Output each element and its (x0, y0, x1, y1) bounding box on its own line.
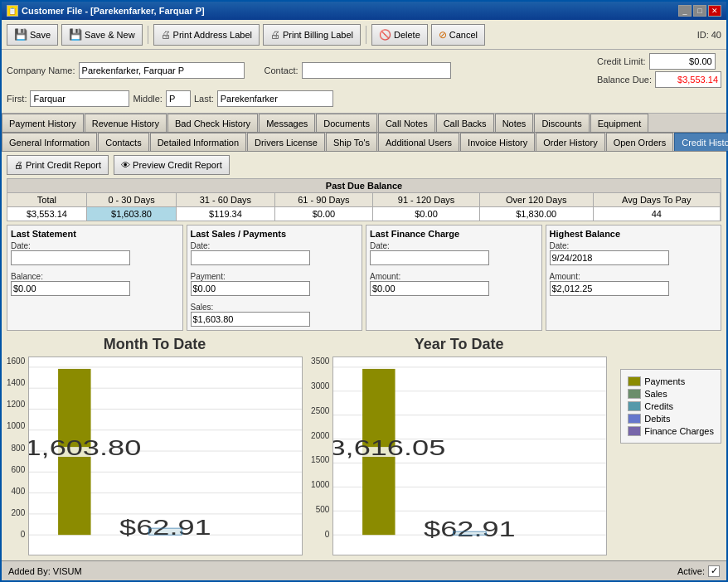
toolbar-separator-2 (366, 26, 366, 44)
print-credit-button[interactable]: 🖨 Print Credit Report (7, 155, 109, 175)
last-sales-payment-input[interactable] (191, 281, 310, 296)
legend-label: Sales (644, 389, 667, 399)
active-checkbox[interactable]: ✓ (708, 565, 720, 577)
delete-icon: 🚫 (379, 29, 391, 41)
year-chart: Year To Date 350030002500200015001000500… (311, 336, 607, 555)
tab-call-backs[interactable]: Call Backs (436, 114, 494, 132)
last-statement-balance-input[interactable] (11, 281, 130, 296)
tab-notes[interactable]: Notes (495, 114, 534, 132)
tab-documents[interactable]: Documents (316, 114, 377, 132)
last-sales-label: Sales: (191, 303, 310, 312)
legend-label: Debits (644, 414, 670, 424)
tab-payment-history[interactable]: Payment History (2, 114, 84, 132)
tab-general-information[interactable]: General Information (2, 133, 97, 151)
legend-color-swatch (628, 389, 641, 399)
legend-item: Credits (628, 401, 714, 411)
last-finance-date-label: Date: (370, 241, 489, 250)
highest-balance-amount-label: Amount: (550, 272, 669, 281)
save-button[interactable]: 💾 Save (7, 24, 58, 46)
y-axis-tick: 1000 (7, 421, 25, 430)
balance-cell: $3,553.14 (7, 207, 86, 221)
minimize-button[interactable]: _ (678, 5, 692, 17)
tab-revenue-history[interactable]: Revenue History (85, 114, 167, 132)
month-chart: Month To Date 16001400120010008006004002… (7, 336, 303, 555)
balance-column-header: Over 120 Days (479, 193, 593, 207)
last-sales-input[interactable] (191, 312, 310, 327)
save-new-label: Save & New (85, 30, 135, 40)
highest-balance-date-input[interactable] (550, 250, 669, 265)
tab-call-notes[interactable]: Call Notes (378, 114, 435, 132)
tab-order-history[interactable]: Order History (536, 133, 604, 151)
tab-bad-check-history[interactable]: Bad Check History (167, 114, 258, 132)
y-axis-tick: 500 (316, 505, 330, 514)
year-y-axis: 3500300025002000150010005000 (311, 356, 332, 555)
first-input[interactable] (30, 90, 129, 107)
balance-column-header: Avg Days To Pay (593, 193, 720, 207)
y-axis-tick: 3000 (311, 381, 329, 390)
tabs-row2: General InformationContactsDetailed Info… (2, 133, 726, 152)
legend-item: Finance Charges (628, 426, 714, 436)
save-new-button[interactable]: 💾 Save & New (61, 24, 143, 46)
balance-cell: $1,603.80 (86, 207, 176, 221)
last-statement-date-input[interactable] (11, 250, 130, 265)
balance-cell: 44 (593, 207, 720, 221)
tab-invoice-history[interactable]: Invoice History (460, 133, 535, 151)
tab-drivers-license[interactable]: Drivers License (247, 133, 325, 151)
middle-input[interactable] (166, 90, 191, 107)
tab-open-orders[interactable]: Open Orders (606, 133, 674, 151)
close-button[interactable]: ✕ (708, 5, 721, 17)
y-axis-tick: 0 (325, 530, 330, 539)
last-finance-date-input[interactable] (370, 250, 489, 265)
year-chart-plot: $3,616.05$62.91 (332, 356, 607, 555)
maximize-button[interactable]: □ (693, 5, 706, 17)
app-icon: 📋 (7, 5, 18, 17)
print-billing-icon: 🖨 (270, 29, 280, 41)
print-address-button[interactable]: 🖨 Print Address Label (153, 24, 260, 46)
tab-detailed-information[interactable]: Detailed Information (150, 133, 246, 151)
added-by-value: VISUM (53, 566, 82, 576)
legend-color-swatch (628, 401, 641, 411)
status-bar: Added By: VISUM Active: ✓ (2, 560, 726, 580)
content-area: 🖨 Print Credit Report 👁 Preview Credit R… (2, 152, 726, 560)
summary-cards: Last Statement Date: Balance: Last Sales… (7, 225, 721, 331)
company-input[interactable] (79, 62, 245, 79)
tab-equipment[interactable]: Equipment (590, 114, 649, 132)
bar-value-label: $62.91 (119, 515, 211, 540)
y-axis-tick: 2000 (311, 431, 329, 440)
highest-balance-amount-input[interactable] (550, 281, 669, 296)
legend-label: Payments (644, 376, 685, 386)
balance-cell: $0.00 (373, 207, 480, 221)
main-window: 📋 Customer File - [Parekenfarker, Farqua… (0, 0, 728, 582)
added-by-label: Added By: (8, 566, 51, 576)
print-billing-button[interactable]: 🖨 Print Billing Label (263, 24, 361, 46)
window-title: Customer File - [Parekenfarker, Farquar … (22, 6, 205, 16)
tab-contacts[interactable]: Contacts (98, 133, 148, 151)
delete-button[interactable]: 🚫 Delete (371, 24, 428, 46)
preview-credit-button[interactable]: 👁 Preview Credit Report (114, 155, 230, 175)
contact-input[interactable] (302, 62, 451, 79)
window-controls: _ □ ✕ (678, 5, 721, 17)
cancel-button[interactable]: ⊘ Cancel (431, 24, 485, 46)
legend-color-swatch (628, 414, 641, 424)
balance-due-input[interactable] (655, 71, 721, 88)
tab-ship-tos[interactable]: Ship To's (326, 133, 377, 151)
last-input[interactable] (217, 90, 333, 107)
added-by: Added By: VISUM (8, 566, 82, 576)
print-billing-label: Print Billing Label (283, 30, 353, 40)
last-finance-amount-input[interactable] (370, 281, 489, 296)
credit-limit-input[interactable] (649, 53, 716, 70)
tab-messages[interactable]: Messages (259, 114, 315, 132)
save-new-icon: 💾 (69, 28, 82, 41)
tab-discounts[interactable]: Discounts (534, 114, 589, 132)
balance-table: Total0 - 30 Days31 - 60 Days61 - 90 Days… (7, 193, 721, 221)
last-sales-payment-label: Payment: (191, 272, 310, 281)
y-axis-tick: 1500 (311, 455, 329, 464)
tab-credit-history[interactable]: Credit History (674, 133, 728, 151)
legend-item: Payments (628, 376, 714, 386)
last-statement-balance-label: Balance: (11, 272, 130, 281)
tab-additional-users[interactable]: Additional Users (378, 133, 459, 151)
toolbar: 💾 Save 💾 Save & New 🖨 Print Address Labe… (2, 20, 726, 50)
chart-svg: $1,603.80$62.91 (29, 357, 302, 555)
balance-cell: $1,830.00 (479, 207, 593, 221)
last-sales-date-input[interactable] (191, 250, 310, 265)
